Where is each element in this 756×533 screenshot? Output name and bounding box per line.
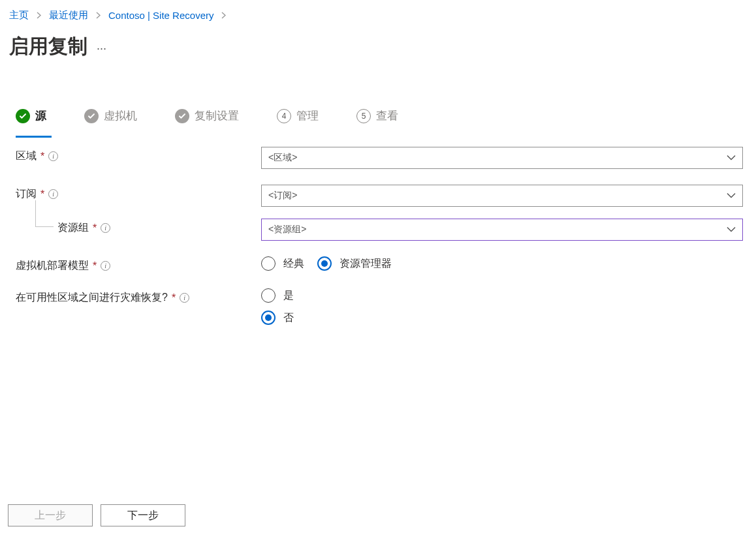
region-dropdown[interactable]: <区域> [261, 147, 743, 169]
field-label: 虚拟机部署模型 [16, 259, 89, 273]
radio-classic[interactable]: 经典 [261, 256, 304, 271]
label-deploy-model: 虚拟机部署模型 * i [16, 256, 261, 273]
required-icon: * [93, 222, 97, 234]
chevron-down-icon [727, 227, 736, 233]
footer: 上一步 下一步 [0, 498, 193, 533]
breadcrumb-recent[interactable]: 最近使用 [49, 9, 88, 22]
step-number-icon: 4 [277, 109, 291, 123]
label-region: 区域 * i [16, 147, 261, 163]
step-replication[interactable]: 复制设置 [175, 108, 239, 123]
check-circle-icon [175, 109, 189, 123]
required-icon: * [40, 151, 44, 162]
step-label: 源 [35, 108, 46, 123]
breadcrumb: 主页 最近使用 Contoso | Site Recovery [0, 0, 756, 22]
deploy-model-radio-group: 经典 资源管理器 [261, 256, 743, 271]
label-dr-zones: 在可用性区域之间进行灾难恢复? * i [16, 288, 261, 305]
row-resource-group: 资源组 * i <资源组> [16, 219, 743, 241]
radio-no[interactable]: 否 [261, 311, 743, 325]
label-subscription: 订阅 * i [16, 185, 261, 201]
step-label: 虚拟机 [104, 108, 137, 123]
step-label: 查看 [376, 108, 398, 123]
required-icon: * [172, 292, 176, 304]
field-label: 订阅 [16, 187, 37, 201]
chevron-down-icon [727, 155, 736, 161]
radio-label: 经典 [283, 257, 304, 271]
breadcrumb-contoso[interactable]: Contoso | Site Recovery [108, 10, 213, 21]
step-manage[interactable]: 4 管理 [277, 108, 319, 123]
required-icon: * [40, 189, 44, 200]
prev-button: 上一步 [8, 504, 93, 526]
radio-icon [317, 256, 332, 271]
chevron-right-icon [37, 10, 41, 21]
chevron-right-icon [221, 10, 226, 21]
dropdown-placeholder: <区域> [268, 152, 297, 164]
radio-resource-manager[interactable]: 资源管理器 [317, 256, 392, 271]
row-region: 区域 * i <区域> [16, 147, 743, 169]
dr-zones-radio-group: 是 否 [261, 288, 743, 325]
check-circle-icon [16, 109, 30, 123]
step-number-icon: 5 [356, 109, 371, 123]
step-source[interactable]: 源 [16, 108, 46, 123]
page-title: 启用复制 [9, 33, 87, 60]
info-icon[interactable]: i [48, 151, 58, 161]
info-icon[interactable]: i [180, 293, 189, 303]
required-icon: * [93, 260, 97, 272]
step-label: 管理 [296, 108, 319, 123]
indent-line-icon [35, 226, 54, 227]
radio-icon [261, 288, 276, 303]
row-dr-zones: 在可用性区域之间进行灾难恢复? * i 是 否 [16, 288, 743, 333]
dropdown-placeholder: <资源组> [268, 224, 306, 236]
active-step-underline [16, 136, 52, 138]
row-deploy-model: 虚拟机部署模型 * i 经典 资源管理器 [16, 256, 743, 273]
field-label: 资源组 [57, 221, 89, 235]
step-vm[interactable]: 虚拟机 [84, 108, 137, 123]
indent-line-icon [35, 200, 36, 226]
dropdown-placeholder: <订阅> [268, 190, 297, 202]
next-button[interactable]: 下一步 [101, 504, 185, 526]
radio-label: 是 [283, 289, 294, 303]
field-label: 区域 [16, 149, 37, 163]
chevron-down-icon [727, 193, 736, 199]
more-button[interactable]: ··· [97, 38, 106, 55]
subscription-dropdown[interactable]: <订阅> [261, 185, 743, 207]
page-title-row: 启用复制 ··· [0, 22, 756, 60]
radio-yes[interactable]: 是 [261, 288, 743, 303]
form-area: 区域 * i <区域> 订阅 * i <订阅> [0, 123, 756, 333]
chevron-right-icon [96, 10, 101, 21]
row-subscription: 订阅 * i <订阅> [16, 185, 743, 207]
radio-label: 否 [283, 311, 294, 325]
info-icon[interactable]: i [101, 261, 110, 271]
radio-label: 资源管理器 [339, 257, 392, 271]
label-resource-group: 资源组 * i [16, 219, 261, 235]
field-label: 在可用性区域之间进行灾难恢复? [16, 291, 168, 305]
wizard-steps: 源 虚拟机 复制设置 4 管理 5 查看 [0, 60, 756, 123]
check-circle-icon [84, 109, 99, 123]
step-review[interactable]: 5 查看 [356, 108, 398, 123]
resource-group-dropdown[interactable]: <资源组> [261, 219, 743, 241]
info-icon[interactable]: i [48, 189, 58, 199]
radio-icon [261, 256, 276, 271]
step-label: 复制设置 [195, 108, 239, 123]
info-icon[interactable]: i [101, 223, 110, 233]
breadcrumb-home[interactable]: 主页 [9, 9, 29, 22]
radio-icon [261, 311, 276, 325]
